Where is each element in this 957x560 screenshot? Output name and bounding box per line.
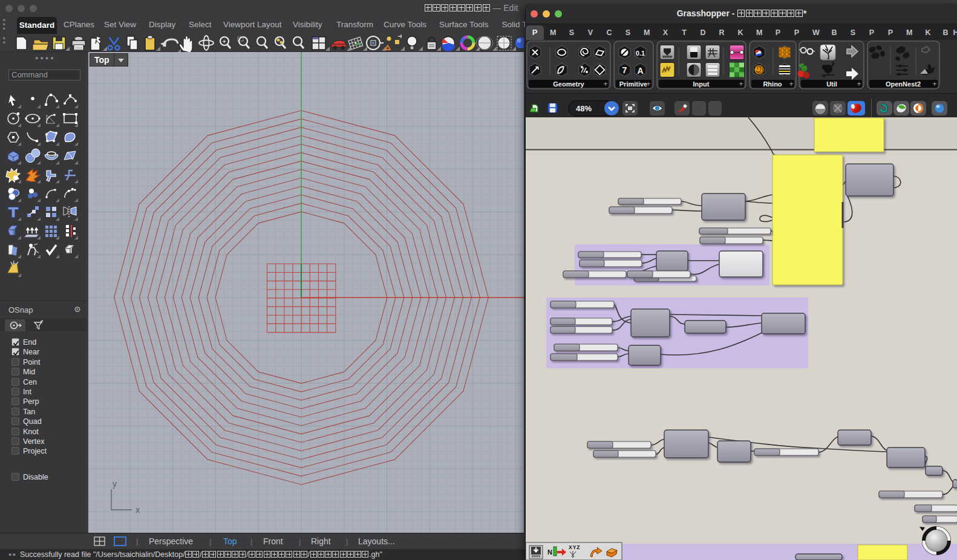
svg-text:+: + [223,39,226,45]
svg-text:+: + [603,80,607,88]
svg-text:Rhino: Rhino [763,80,782,88]
svg-text:Geometry: Geometry [553,80,584,88]
svg-text:Primitive: Primitive [619,80,647,88]
svg-text:x: x [136,505,140,515]
svg-text:0.1: 0.1 [636,50,645,57]
svg-text:y: y [113,479,117,489]
svg-text:OpenNest2: OpenNest2 [886,80,921,88]
svg-text:7: 7 [622,65,627,75]
svg-text:+: + [857,80,861,88]
svg-text:Input: Input [693,80,710,88]
svg-text:N: N [547,549,552,556]
svg-text:XYZ: XYZ [569,544,581,550]
svg-text:A: A [637,66,643,76]
svg-text:+: + [739,80,743,88]
svg-text:+: + [789,80,793,88]
svg-text:+: + [646,80,650,88]
svg-text:Util: Util [826,80,837,88]
svg-text:+: + [932,80,936,88]
